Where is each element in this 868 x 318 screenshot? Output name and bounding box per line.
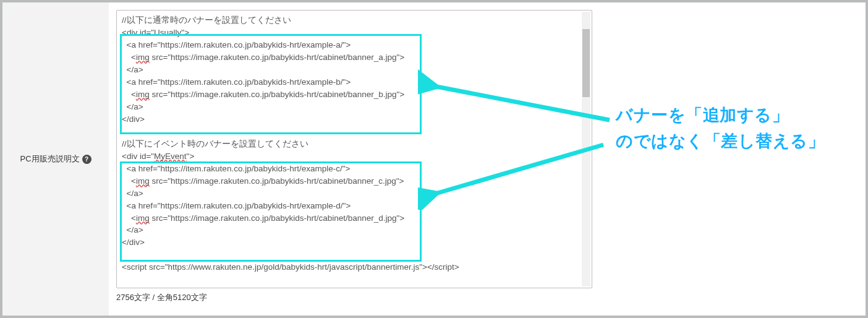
description-textarea[interactable]: //以下に通常時のバナーを設置してください <div id="Usually">… bbox=[116, 10, 592, 288]
char-counter: 2756文字 / 全角5120文字 bbox=[116, 292, 866, 303]
field-label: PC用販売説明文 bbox=[20, 153, 79, 165]
annotation-line1: バナーを「追加する」 bbox=[616, 103, 825, 129]
textarea-content: //以下に通常時のバナーを設置してください <div id="Usually">… bbox=[117, 11, 582, 288]
form-row: PC用販売説明文 ? //以下に通常時のバナーを設置してください <div id… bbox=[2, 2, 866, 316]
window-frame: PC用販売説明文 ? //以下に通常時のバナーを設置してください <div id… bbox=[0, 0, 868, 318]
scrollbar-thumb[interactable] bbox=[582, 29, 590, 97]
annotation-line2: のではなく「差し替える」 bbox=[616, 129, 825, 155]
field-value-cell: //以下に通常時のバナーを設置してください <div id="Usually">… bbox=[109, 2, 866, 316]
field-label-cell: PC用販売説明文 ? bbox=[2, 2, 109, 316]
textarea-scrollbar[interactable] bbox=[582, 12, 590, 286]
help-icon[interactable]: ? bbox=[82, 155, 91, 164]
annotation-text: バナーを「追加する」 のではなく「差し替える」 bbox=[616, 103, 825, 155]
